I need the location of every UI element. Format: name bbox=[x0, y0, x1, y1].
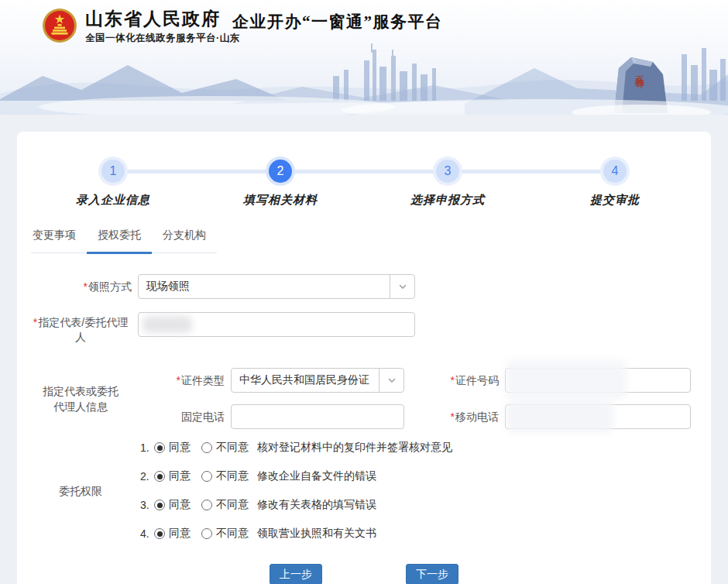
step-3-circle: 3 bbox=[436, 160, 459, 183]
step-1: 1 录入企业信息 bbox=[29, 160, 197, 208]
step-4: 4 提交审批 bbox=[531, 160, 699, 208]
cert-type-select[interactable]: 中华人民共和国居民身份证 bbox=[231, 368, 404, 393]
chevron-down-icon bbox=[379, 369, 403, 392]
radio-disagree-1[interactable] bbox=[201, 442, 212, 453]
radio-disagree-2[interactable] bbox=[201, 471, 212, 482]
authority-row-number: 3. bbox=[140, 499, 153, 511]
agree-label: 同意 bbox=[169, 498, 191, 512]
mobile-phone-label: *移动电话 bbox=[404, 404, 505, 429]
fixed-phone-label: 固定电话 bbox=[132, 404, 231, 429]
authority-section: 委托权限 1. 同意 不同意 核对登记材料中的复印件并签署核对意见 2. 同意 … bbox=[29, 441, 699, 540]
step-3: 3 选择申报方式 bbox=[364, 160, 531, 208]
cert-number-field-wrap bbox=[505, 368, 691, 393]
material-tabs: 变更事项 授权委托 分支机构 bbox=[31, 228, 217, 253]
agent-info-section: 指定代表或委托 代理人信息 *证件类型 中华人民共和国居民身份证 *证件号码 bbox=[29, 368, 699, 429]
mobile-phone-input[interactable] bbox=[505, 404, 691, 429]
agent-info-group-label: 指定代表或委托 代理人信息 bbox=[29, 383, 132, 414]
radio-agree-2[interactable] bbox=[154, 471, 165, 482]
authority-row-3: 3. 同意 不同意 修改有关表格的填写错误 bbox=[140, 499, 452, 511]
radio-agree-3[interactable] bbox=[154, 500, 165, 510]
radio-disagree-4[interactable] bbox=[201, 528, 212, 539]
radio-agree-4[interactable] bbox=[154, 528, 165, 539]
chevron-down-icon bbox=[390, 275, 414, 298]
prev-step-button[interactable]: 上一步 bbox=[270, 564, 322, 584]
authority-row-number: 2. bbox=[140, 470, 153, 483]
cert-type-label: *证件类型 bbox=[132, 368, 231, 393]
next-step-button[interactable]: 下一步 bbox=[406, 564, 458, 584]
agree-label: 同意 bbox=[169, 469, 191, 483]
gov-subtitle: 全国一体化在线政务服务平台·山东 bbox=[85, 32, 240, 45]
authority-row-2: 2. 同意 不同意 修改企业自备文件的错误 bbox=[140, 470, 452, 483]
tab-change-items[interactable]: 变更事项 bbox=[31, 228, 87, 252]
agent-name-input[interactable] bbox=[138, 312, 415, 337]
step-4-label: 提交审批 bbox=[590, 193, 640, 208]
radio-disagree-3[interactable] bbox=[201, 500, 212, 510]
cert-number-label: *证件号码 bbox=[404, 368, 505, 393]
authorization-form: *领照方式 现场领照 *指定代表/委托代理 人 指定 bbox=[29, 274, 699, 584]
disagree-label: 不同意 bbox=[216, 527, 249, 541]
agree-label: 同意 bbox=[169, 441, 191, 455]
agent-name-label: *指定代表/委托代理 人 bbox=[29, 312, 132, 345]
disagree-label: 不同意 bbox=[216, 498, 249, 512]
platform-title: 企业开办“一窗通”服务平台 bbox=[232, 11, 443, 33]
disagree-label: 不同意 bbox=[216, 469, 249, 483]
required-mark: * bbox=[451, 411, 455, 423]
authority-desc: 领取营业执照和有关文书 bbox=[257, 527, 376, 541]
site-brand: 山东省人民政府 全国一体化在线政务服务平台·山东 bbox=[42, 8, 240, 45]
national-emblem-icon bbox=[42, 8, 77, 43]
step-2-circle: 2 bbox=[269, 160, 292, 183]
fixed-phone-input[interactable] bbox=[231, 404, 404, 429]
agree-label: 同意 bbox=[169, 527, 191, 541]
step-4-circle: 4 bbox=[603, 160, 627, 183]
gov-name: 山东省人民政府 bbox=[85, 8, 240, 29]
tab-authorization[interactable]: 授权委托 bbox=[87, 228, 152, 254]
authority-group-label: 委托权限 bbox=[29, 483, 132, 499]
step-3-label: 选择申报方式 bbox=[410, 193, 485, 208]
mobile-phone-field-wrap bbox=[505, 404, 691, 429]
cert-type-value: 中华人民共和国居民身份证 bbox=[232, 373, 379, 387]
required-mark: * bbox=[84, 280, 88, 293]
step-2-label: 填写相关材料 bbox=[243, 193, 318, 208]
page-header: 五岳独尊 山东省人民政府 全国一体化在线政务服务平台·山东 企业开办“一窗通”服… bbox=[0, 0, 728, 115]
main-panel: 1 录入企业信息 2 填写相关材料 3 选择申报方式 4 提交审批 变更事项 授… bbox=[17, 132, 711, 584]
step-1-circle: 1 bbox=[101, 160, 125, 183]
tab-branches[interactable]: 分支机构 bbox=[152, 228, 217, 252]
authority-row-number: 1. bbox=[140, 441, 153, 454]
authority-desc: 修改企业自备文件的错误 bbox=[257, 469, 376, 483]
authority-row-1: 1. 同意 不同意 核对登记材料中的复印件并签署核对意见 bbox=[140, 441, 452, 454]
step-indicator: 1 录入企业信息 2 填写相关材料 3 选择申报方式 4 提交审批 bbox=[29, 160, 699, 208]
license-method-label: *领照方式 bbox=[29, 274, 132, 299]
required-mark: * bbox=[451, 374, 455, 386]
radio-agree-1[interactable] bbox=[154, 442, 165, 453]
authority-row-4: 4. 同意 不同意 领取营业执照和有关文书 bbox=[140, 527, 452, 540]
license-method-value: 现场领照 bbox=[139, 280, 390, 294]
agent-name-field-wrap bbox=[138, 312, 415, 345]
cert-number-input[interactable] bbox=[505, 368, 691, 393]
required-mark: * bbox=[33, 316, 37, 328]
disagree-label: 不同意 bbox=[216, 441, 249, 455]
authority-desc: 修改有关表格的填写错误 bbox=[257, 498, 376, 512]
authority-desc: 核对登记材料中的复印件并签署核对意见 bbox=[257, 441, 452, 455]
form-footer: 上一步 下一步 bbox=[29, 564, 699, 584]
step-2: 2 填写相关材料 bbox=[197, 160, 364, 208]
license-method-select[interactable]: 现场领照 bbox=[138, 274, 415, 299]
required-mark: * bbox=[177, 374, 180, 386]
authority-row-number: 4. bbox=[140, 527, 153, 540]
step-1-label: 录入企业信息 bbox=[76, 193, 150, 208]
